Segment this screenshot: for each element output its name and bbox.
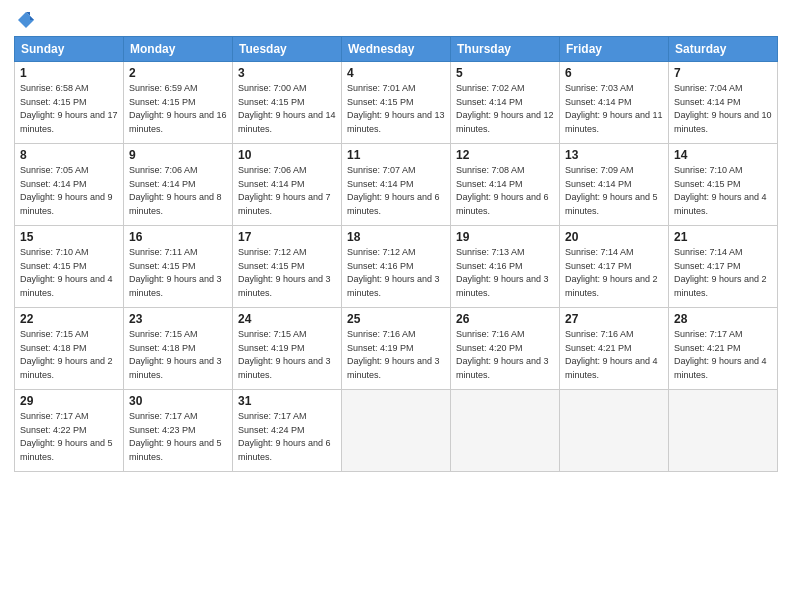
day-number: 28 xyxy=(674,312,772,326)
day-number: 23 xyxy=(129,312,227,326)
day-number: 22 xyxy=(20,312,118,326)
day-info: Sunrise: 7:04 AMSunset: 4:14 PMDaylight:… xyxy=(674,82,772,136)
day-info: Sunrise: 7:10 AMSunset: 4:15 PMDaylight:… xyxy=(20,246,118,300)
calendar-week-5: 29Sunrise: 7:17 AMSunset: 4:22 PMDayligh… xyxy=(15,390,778,472)
calendar-cell: 8Sunrise: 7:05 AMSunset: 4:14 PMDaylight… xyxy=(15,144,124,226)
day-number: 29 xyxy=(20,394,118,408)
calendar-week-1: 1Sunrise: 6:58 AMSunset: 4:15 PMDaylight… xyxy=(15,62,778,144)
day-info: Sunrise: 7:01 AMSunset: 4:15 PMDaylight:… xyxy=(347,82,445,136)
calendar-cell: 26Sunrise: 7:16 AMSunset: 4:20 PMDayligh… xyxy=(451,308,560,390)
day-header-saturday: Saturday xyxy=(669,37,778,62)
day-header-wednesday: Wednesday xyxy=(342,37,451,62)
calendar-cell xyxy=(451,390,560,472)
day-info: Sunrise: 6:58 AMSunset: 4:15 PMDaylight:… xyxy=(20,82,118,136)
day-info: Sunrise: 7:15 AMSunset: 4:18 PMDaylight:… xyxy=(20,328,118,382)
calendar-week-3: 15Sunrise: 7:10 AMSunset: 4:15 PMDayligh… xyxy=(15,226,778,308)
day-info: Sunrise: 7:12 AMSunset: 4:16 PMDaylight:… xyxy=(347,246,445,300)
day-number: 14 xyxy=(674,148,772,162)
calendar-cell: 20Sunrise: 7:14 AMSunset: 4:17 PMDayligh… xyxy=(560,226,669,308)
calendar-cell: 18Sunrise: 7:12 AMSunset: 4:16 PMDayligh… xyxy=(342,226,451,308)
day-number: 24 xyxy=(238,312,336,326)
day-number: 13 xyxy=(565,148,663,162)
calendar-cell: 23Sunrise: 7:15 AMSunset: 4:18 PMDayligh… xyxy=(124,308,233,390)
calendar-cell: 1Sunrise: 6:58 AMSunset: 4:15 PMDaylight… xyxy=(15,62,124,144)
day-info: Sunrise: 7:10 AMSunset: 4:15 PMDaylight:… xyxy=(674,164,772,218)
day-number: 3 xyxy=(238,66,336,80)
calendar-cell: 15Sunrise: 7:10 AMSunset: 4:15 PMDayligh… xyxy=(15,226,124,308)
calendar-cell: 27Sunrise: 7:16 AMSunset: 4:21 PMDayligh… xyxy=(560,308,669,390)
page-header xyxy=(14,10,778,30)
day-number: 7 xyxy=(674,66,772,80)
calendar-table: SundayMondayTuesdayWednesdayThursdayFrid… xyxy=(14,36,778,472)
calendar-cell: 10Sunrise: 7:06 AMSunset: 4:14 PMDayligh… xyxy=(233,144,342,226)
day-number: 5 xyxy=(456,66,554,80)
calendar-cell: 5Sunrise: 7:02 AMSunset: 4:14 PMDaylight… xyxy=(451,62,560,144)
calendar-cell: 13Sunrise: 7:09 AMSunset: 4:14 PMDayligh… xyxy=(560,144,669,226)
day-info: Sunrise: 7:06 AMSunset: 4:14 PMDaylight:… xyxy=(238,164,336,218)
calendar-week-2: 8Sunrise: 7:05 AMSunset: 4:14 PMDaylight… xyxy=(15,144,778,226)
day-number: 31 xyxy=(238,394,336,408)
calendar-cell xyxy=(342,390,451,472)
day-header-sunday: Sunday xyxy=(15,37,124,62)
calendar-cell: 25Sunrise: 7:16 AMSunset: 4:19 PMDayligh… xyxy=(342,308,451,390)
day-info: Sunrise: 7:08 AMSunset: 4:14 PMDaylight:… xyxy=(456,164,554,218)
day-info: Sunrise: 7:07 AMSunset: 4:14 PMDaylight:… xyxy=(347,164,445,218)
calendar-cell: 3Sunrise: 7:00 AMSunset: 4:15 PMDaylight… xyxy=(233,62,342,144)
day-number: 12 xyxy=(456,148,554,162)
calendar-cell: 17Sunrise: 7:12 AMSunset: 4:15 PMDayligh… xyxy=(233,226,342,308)
day-info: Sunrise: 7:17 AMSunset: 4:24 PMDaylight:… xyxy=(238,410,336,464)
day-number: 27 xyxy=(565,312,663,326)
day-number: 16 xyxy=(129,230,227,244)
day-number: 19 xyxy=(456,230,554,244)
day-number: 17 xyxy=(238,230,336,244)
day-info: Sunrise: 7:17 AMSunset: 4:22 PMDaylight:… xyxy=(20,410,118,464)
day-info: Sunrise: 7:14 AMSunset: 4:17 PMDaylight:… xyxy=(674,246,772,300)
day-number: 30 xyxy=(129,394,227,408)
calendar-cell: 21Sunrise: 7:14 AMSunset: 4:17 PMDayligh… xyxy=(669,226,778,308)
calendar-week-4: 22Sunrise: 7:15 AMSunset: 4:18 PMDayligh… xyxy=(15,308,778,390)
day-number: 10 xyxy=(238,148,336,162)
day-number: 6 xyxy=(565,66,663,80)
day-number: 2 xyxy=(129,66,227,80)
logo-icon xyxy=(16,10,36,30)
day-info: Sunrise: 7:14 AMSunset: 4:17 PMDaylight:… xyxy=(565,246,663,300)
day-info: Sunrise: 7:02 AMSunset: 4:14 PMDaylight:… xyxy=(456,82,554,136)
day-info: Sunrise: 7:15 AMSunset: 4:19 PMDaylight:… xyxy=(238,328,336,382)
day-number: 25 xyxy=(347,312,445,326)
calendar-cell: 9Sunrise: 7:06 AMSunset: 4:14 PMDaylight… xyxy=(124,144,233,226)
day-number: 4 xyxy=(347,66,445,80)
page-container: SundayMondayTuesdayWednesdayThursdayFrid… xyxy=(0,0,792,612)
day-info: Sunrise: 7:15 AMSunset: 4:18 PMDaylight:… xyxy=(129,328,227,382)
calendar-cell: 14Sunrise: 7:10 AMSunset: 4:15 PMDayligh… xyxy=(669,144,778,226)
day-number: 26 xyxy=(456,312,554,326)
calendar-cell: 31Sunrise: 7:17 AMSunset: 4:24 PMDayligh… xyxy=(233,390,342,472)
day-number: 11 xyxy=(347,148,445,162)
calendar-cell: 2Sunrise: 6:59 AMSunset: 4:15 PMDaylight… xyxy=(124,62,233,144)
day-header-monday: Monday xyxy=(124,37,233,62)
day-header-thursday: Thursday xyxy=(451,37,560,62)
day-info: Sunrise: 7:09 AMSunset: 4:14 PMDaylight:… xyxy=(565,164,663,218)
calendar-cell: 12Sunrise: 7:08 AMSunset: 4:14 PMDayligh… xyxy=(451,144,560,226)
day-info: Sunrise: 7:16 AMSunset: 4:20 PMDaylight:… xyxy=(456,328,554,382)
day-info: Sunrise: 7:12 AMSunset: 4:15 PMDaylight:… xyxy=(238,246,336,300)
calendar-cell: 19Sunrise: 7:13 AMSunset: 4:16 PMDayligh… xyxy=(451,226,560,308)
calendar-cell: 22Sunrise: 7:15 AMSunset: 4:18 PMDayligh… xyxy=(15,308,124,390)
day-number: 21 xyxy=(674,230,772,244)
calendar-cell xyxy=(560,390,669,472)
day-header-friday: Friday xyxy=(560,37,669,62)
calendar-cell xyxy=(669,390,778,472)
calendar-cell: 28Sunrise: 7:17 AMSunset: 4:21 PMDayligh… xyxy=(669,308,778,390)
day-header-tuesday: Tuesday xyxy=(233,37,342,62)
day-info: Sunrise: 7:13 AMSunset: 4:16 PMDaylight:… xyxy=(456,246,554,300)
day-number: 20 xyxy=(565,230,663,244)
day-info: Sunrise: 7:17 AMSunset: 4:21 PMDaylight:… xyxy=(674,328,772,382)
logo xyxy=(14,10,36,30)
calendar-cell: 4Sunrise: 7:01 AMSunset: 4:15 PMDaylight… xyxy=(342,62,451,144)
calendar-cell: 7Sunrise: 7:04 AMSunset: 4:14 PMDaylight… xyxy=(669,62,778,144)
day-info: Sunrise: 7:03 AMSunset: 4:14 PMDaylight:… xyxy=(565,82,663,136)
calendar-cell: 16Sunrise: 7:11 AMSunset: 4:15 PMDayligh… xyxy=(124,226,233,308)
day-number: 18 xyxy=(347,230,445,244)
day-info: Sunrise: 7:16 AMSunset: 4:21 PMDaylight:… xyxy=(565,328,663,382)
calendar-cell: 11Sunrise: 7:07 AMSunset: 4:14 PMDayligh… xyxy=(342,144,451,226)
day-info: Sunrise: 7:05 AMSunset: 4:14 PMDaylight:… xyxy=(20,164,118,218)
